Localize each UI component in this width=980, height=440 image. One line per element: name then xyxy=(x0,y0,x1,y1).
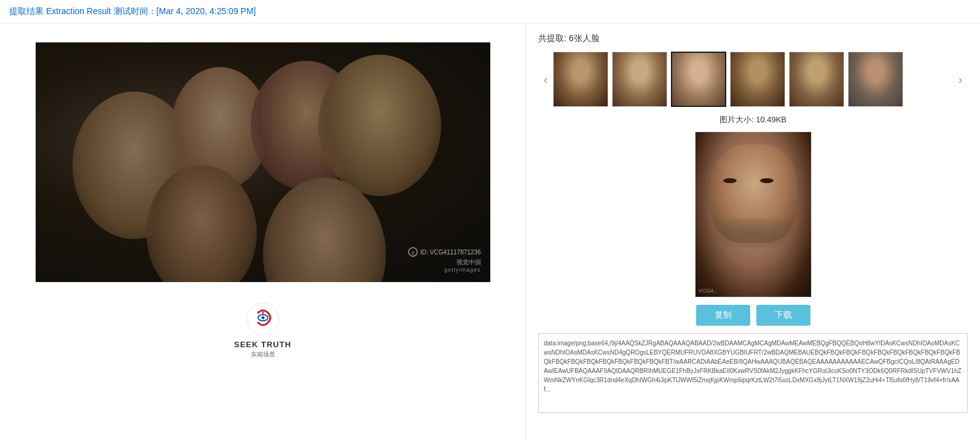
face-thumbnail-3[interactable] xyxy=(730,52,785,107)
watermark-id: ID: VCG41117871236 xyxy=(420,249,480,256)
watermark-getty: gettyimages xyxy=(408,267,480,273)
left-panel: g ID: VCG41117871236 视觉中国 gettyimages xyxy=(0,24,525,439)
logo-sub-text: 东南场景 xyxy=(251,350,275,359)
face-thumb-image-1 xyxy=(613,52,667,106)
face-thumbnail-4[interactable] xyxy=(789,52,844,107)
carousel-left-arrow[interactable]: ‹ xyxy=(538,72,553,87)
logo-brand-text: SEEK TRUTH xyxy=(234,340,291,349)
seek-truth-logo-icon xyxy=(245,301,281,337)
logo-section: SEEK TRUTH 东南场景 xyxy=(234,301,291,359)
face-thumb-image-3 xyxy=(731,52,785,106)
face-thumbnail-2[interactable] xyxy=(671,52,726,107)
base64-text-area[interactable]: data:image/png;base64,/9j/4AAQSkZJRgABAQ… xyxy=(538,333,968,413)
download-button[interactable]: 下载 xyxy=(756,305,810,326)
faces-list xyxy=(553,52,953,107)
faces-carousel: ‹ xyxy=(538,52,968,107)
svg-text:g: g xyxy=(412,249,414,255)
right-panel: 共提取: 6张人脸 ‹ xyxy=(525,24,980,439)
preview-image: VCG4... xyxy=(695,132,812,297)
face-thumbnail-0[interactable] xyxy=(553,52,608,107)
main-image-container: g ID: VCG41117871236 视觉中国 gettyimages xyxy=(36,42,490,282)
face-thumb-image-4 xyxy=(790,52,844,106)
group-photo: g ID: VCG41117871236 视觉中国 gettyimages xyxy=(36,42,490,282)
carousel-right-arrow[interactable]: › xyxy=(953,72,968,87)
image-size-label: 图片大小: 10.49KB xyxy=(538,114,968,125)
base64-content: data:image/png;base64,/9j/4AAQSkZJRgABAQ… xyxy=(544,340,962,393)
preview-watermark: VCG4... xyxy=(699,288,718,294)
copy-button[interactable]: 复制 xyxy=(696,305,750,326)
watermark-logo: g ID: VCG41117871236 xyxy=(408,247,480,257)
page-header: 提取结果 Extraction Result 测试时间：[Mar 4, 2020… xyxy=(0,0,980,24)
face-thumbnail-5[interactable] xyxy=(848,52,903,107)
getty-icon: g xyxy=(408,247,418,257)
faces-count-label: 共提取: 6张人脸 xyxy=(538,33,968,44)
watermark-area: g ID: VCG41117871236 视觉中国 gettyimages xyxy=(408,247,480,273)
header-title: 提取结果 Extraction Result 测试时间：[Mar 4, 2020… xyxy=(9,6,256,16)
main-layout: g ID: VCG41117871236 视觉中国 gettyimages xyxy=(0,24,980,439)
face-thumb-image-0 xyxy=(554,52,608,106)
action-buttons: 复制 下载 xyxy=(538,305,968,326)
svg-point-4 xyxy=(261,316,264,320)
face-thumb-image-2 xyxy=(672,53,725,106)
face-thumb-image-5 xyxy=(849,52,903,106)
watermark-site: 视觉中国 xyxy=(408,258,480,267)
face-thumbnail-1[interactable] xyxy=(612,52,667,107)
